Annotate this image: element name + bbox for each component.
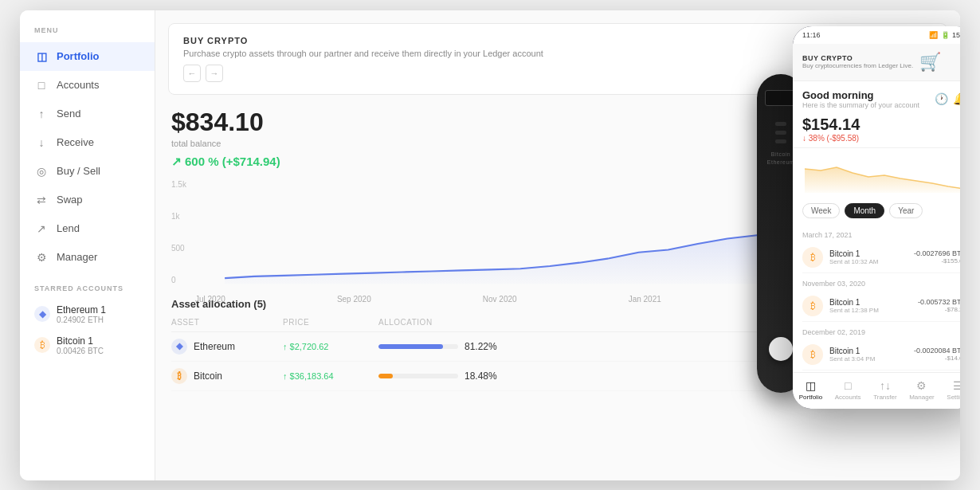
- eth-account-info: Ethereum 1 0.24902 ETH: [57, 304, 106, 324]
- banner-title: BUY CRYPTO: [183, 36, 543, 45]
- phone-time-tabs: Week Month Year: [793, 197, 960, 225]
- btc-account-balance: 0.00426 BTC: [57, 347, 104, 355]
- btc-asset-icon: ₿: [171, 368, 187, 384]
- starred-account-eth[interactable]: ◆ Ethereum 1 0.24902 ETH: [20, 299, 155, 330]
- phone-chart: [793, 153, 960, 197]
- tx-amount-3: -0.0020084 BTC -$14.67: [914, 347, 960, 362]
- eth-allocation-bar: [378, 344, 458, 349]
- battery-icon: 🔋 15%: [941, 31, 960, 39]
- change-value: 600 % (+$714.94): [185, 155, 280, 168]
- phone-greeting-content: Good morning Here is the summary of your…: [802, 89, 919, 109]
- phone-chart-fill: [805, 167, 960, 193]
- tx-btc-1: -0.0027696 BTC: [914, 249, 960, 257]
- hw-button[interactable]: [769, 337, 793, 361]
- starred-account-btc[interactable]: ₿ Bitcoin 1 0.00426 BTC: [20, 330, 155, 361]
- phone-nav-portfolio[interactable]: ◫ Portfolio: [799, 379, 822, 401]
- sidebar-item-accounts[interactable]: □ Accounts: [20, 71, 155, 100]
- phone-buy-banner: BUY CRYPTO Buy cryptocurrencies from Led…: [793, 44, 960, 81]
- starred-label: STARRED ACCOUNTS: [20, 272, 155, 299]
- banner-next-arrow[interactable]: →: [206, 65, 223, 82]
- phone-nav-settings[interactable]: ☰ Settings: [947, 379, 960, 401]
- tab-month[interactable]: Month: [845, 203, 884, 218]
- phone-status-icons: 📶 🔋 15%: [929, 31, 960, 39]
- tx-amount-1: -0.0027696 BTC -$155.61: [914, 249, 960, 265]
- sidebar-item-buy-sell[interactable]: ◎ Buy / Sell: [20, 157, 155, 186]
- phone-transactions: March 17, 2021 ₿ Bitcoin 1 Sent at 10:32…: [793, 225, 960, 370]
- btc-allocation-pct: 18.48%: [465, 370, 497, 382]
- hw-screen: [765, 90, 797, 106]
- tx-amount-2: -0.005732 BTC -$78.23: [918, 298, 960, 313]
- menu-label: MENU: [20, 26, 155, 42]
- tx-info-3: Bitcoin 1 Sent at 3:04 PM: [829, 347, 907, 363]
- tx-name-2: Bitcoin 1: [829, 298, 911, 307]
- sidebar-item-manager[interactable]: ⚙ Manager: [20, 243, 155, 272]
- tx-sub-2: Sent at 12:38 PM: [829, 307, 911, 314]
- phone-greeting-sub: Here is the summary of your account: [802, 101, 919, 109]
- signal-icon: 📶: [929, 31, 938, 39]
- tx-btc-3: -0.0020084 BTC: [914, 347, 960, 355]
- eth-account-icon: ◆: [34, 306, 50, 322]
- tx-date-2: November 03, 2020: [802, 273, 960, 291]
- phone-nav-manager-label: Manager: [909, 394, 935, 401]
- tx-row-1[interactable]: ₿ Bitcoin 1 Sent at 10:32 AM -0.0027696 …: [802, 242, 960, 273]
- phone-banner-title: BUY CRYPTO: [802, 54, 913, 62]
- phone-nav-manager-icon: ⚙: [916, 379, 927, 392]
- sidebar-item-portfolio[interactable]: ◫ Portfolio: [20, 42, 155, 71]
- phone-nav-settings-label: Settings: [947, 394, 960, 401]
- tx-row-3[interactable]: ₿ Bitcoin 1 Sent at 3:04 PM -0.0020084 B…: [802, 339, 960, 370]
- swap-icon: ⇄: [34, 193, 49, 207]
- col-allocation: Allocation: [378, 318, 506, 327]
- phone-buy-text: BUY CRYPTO Buy cryptocurrencies from Led…: [802, 54, 913, 69]
- phone-nav-portfolio-icon: ◫: [806, 379, 816, 392]
- tx-date-1: March 17, 2021: [802, 225, 960, 242]
- buy-sell-icon: ◎: [34, 164, 49, 178]
- sidebar-label-send: Send: [57, 108, 80, 120]
- sidebar-item-lend[interactable]: ↗ Lend: [20, 214, 155, 243]
- sidebar-label-manager: Manager: [57, 251, 97, 263]
- sidebar-label-buy-sell: Buy / Sell: [57, 165, 100, 177]
- sidebar-item-receive[interactable]: ↓ Receive: [20, 128, 155, 157]
- tx-avatar-2: ₿: [802, 296, 823, 316]
- phone-balance: $154.14: [802, 116, 960, 134]
- col-asset: Asset: [171, 318, 283, 327]
- x-label-sep: Sep 2020: [337, 295, 371, 304]
- btc-account-icon: ₿: [34, 337, 50, 353]
- phone-greeting-title: Good morning: [802, 89, 919, 101]
- portfolio-icon: ◫: [34, 49, 49, 64]
- eth-price: ↑ $2,720.62: [283, 342, 378, 351]
- sidebar-item-swap[interactable]: ⇄ Swap: [20, 186, 155, 214]
- phone-nav: ◫ Portfolio □ Accounts ↑↓ Transfer ⚙ Man…: [793, 372, 960, 407]
- phone-nav-settings-icon: ☰: [953, 379, 960, 392]
- sidebar-label-swap: Swap: [57, 194, 83, 206]
- eth-allocation-pct: 81.22%: [465, 341, 497, 352]
- phone-banner-desc: Buy cryptocurrencies from Ledger Live.: [802, 62, 913, 69]
- banner-text: BUY CRYPTO Purchase crypto assets throug…: [183, 36, 543, 82]
- eth-account-name: Ethereum 1: [57, 304, 106, 316]
- eth-asset-icon: ◆: [171, 339, 187, 355]
- phone-overlay: 11:16 📶 🔋 15% BUY CRYPTO Buy cryptocurre…: [793, 26, 960, 409]
- x-label-jul: Jul 2020: [195, 295, 225, 304]
- phone-nav-accounts[interactable]: □ Accounts: [835, 379, 861, 401]
- tx-name-1: Bitcoin 1: [829, 249, 907, 258]
- btc-account-info: Bitcoin 1 0.00426 BTC: [57, 335, 104, 355]
- btc-price: ↑ $36,183.64: [283, 371, 378, 381]
- phone-nav-transfer[interactable]: ↑↓ Transfer: [873, 379, 897, 401]
- tx-usd-2: -$78.23: [918, 306, 960, 313]
- btc-name: Bitcoin: [194, 370, 222, 382]
- sidebar-label-accounts: Accounts: [57, 79, 99, 91]
- y-label-500: 500: [171, 244, 186, 253]
- lend-icon: ↗: [34, 221, 49, 236]
- phone-nav-manager[interactable]: ⚙ Manager: [909, 379, 935, 401]
- send-icon: ↑: [34, 107, 49, 121]
- manager-icon: ⚙: [34, 250, 49, 265]
- btc-allocation: 18.48%: [378, 370, 506, 382]
- sidebar-item-send[interactable]: ↑ Send: [20, 100, 155, 128]
- tx-name-3: Bitcoin 1: [829, 347, 907, 355]
- tab-week[interactable]: Week: [802, 203, 840, 218]
- arrow-up-icon: ↗: [171, 155, 182, 169]
- phone-header-icons: 🕐 🔔: [935, 92, 960, 105]
- tx-row-2[interactable]: ₿ Bitcoin 1 Sent at 12:38 PM -0.005732 B…: [802, 291, 960, 322]
- phone-status-bar: 11:16 📶 🔋 15%: [793, 26, 960, 44]
- banner-prev-arrow[interactable]: ←: [183, 65, 201, 82]
- tab-year[interactable]: Year: [889, 203, 923, 218]
